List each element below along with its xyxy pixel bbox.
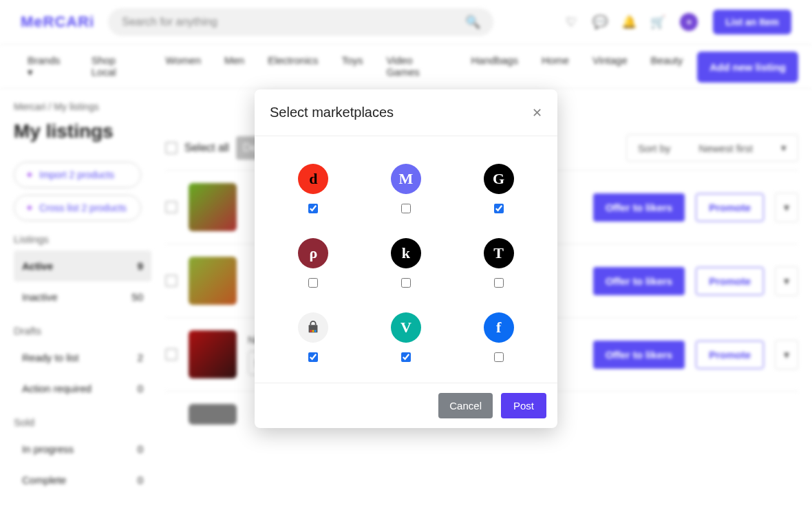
marketplace-kidizen: k (367, 238, 446, 288)
modal-header: Select marketplaces ✕ (255, 89, 557, 136)
modal-footer: Cancel Post (255, 383, 557, 428)
marketplace-depop: d (274, 164, 353, 213)
cancel-button[interactable]: Cancel (438, 393, 493, 418)
kidizen-icon: k (391, 238, 421, 268)
marketplace-grailed: G (459, 164, 538, 213)
marketplaces-grid: d M G ρ k T V f (255, 136, 557, 383)
tradesy-icon: T (484, 238, 514, 268)
marketplace-grailed-checkbox[interactable] (494, 204, 504, 213)
marketplace-vinted: V (367, 312, 446, 362)
svg-rect-1 (310, 330, 312, 332)
facebook-icon: f (484, 312, 514, 343)
marketplace-poshmark: ρ (274, 238, 353, 288)
marketplace-mercari-checkbox[interactable] (401, 204, 411, 213)
marketplace-tradesy: T (459, 238, 538, 288)
marketplace-poshmark-checkbox[interactable] (308, 278, 318, 288)
select-marketplaces-modal: Select marketplaces ✕ d M G ρ k T V f Ca… (255, 89, 557, 428)
marketplace-shopify-checkbox[interactable] (308, 352, 318, 362)
modal-title: Select marketplaces (270, 105, 394, 120)
post-button[interactable]: Post (501, 393, 546, 418)
marketplace-vinted-checkbox[interactable] (401, 352, 411, 362)
marketplace-kidizen-checkbox[interactable] (401, 278, 411, 288)
poshmark-icon: ρ (298, 238, 328, 268)
marketplace-shopify (274, 312, 353, 362)
marketplace-tradesy-checkbox[interactable] (494, 278, 504, 288)
vinted-icon: V (391, 312, 421, 343)
marketplace-facebook-checkbox[interactable] (494, 352, 504, 362)
grailed-icon: G (484, 164, 514, 194)
svg-rect-2 (312, 330, 314, 332)
close-icon[interactable]: ✕ (532, 105, 542, 120)
shopify-icon (298, 312, 328, 343)
svg-rect-3 (314, 330, 317, 332)
depop-icon: d (298, 164, 328, 194)
marketplace-depop-checkbox[interactable] (308, 204, 318, 213)
modal-overlay: Select marketplaces ✕ d M G ρ k T V f Ca… (0, 0, 812, 523)
marketplace-mercari: M (367, 164, 446, 213)
mercari-icon: M (391, 164, 421, 194)
marketplace-facebook: f (459, 312, 538, 362)
